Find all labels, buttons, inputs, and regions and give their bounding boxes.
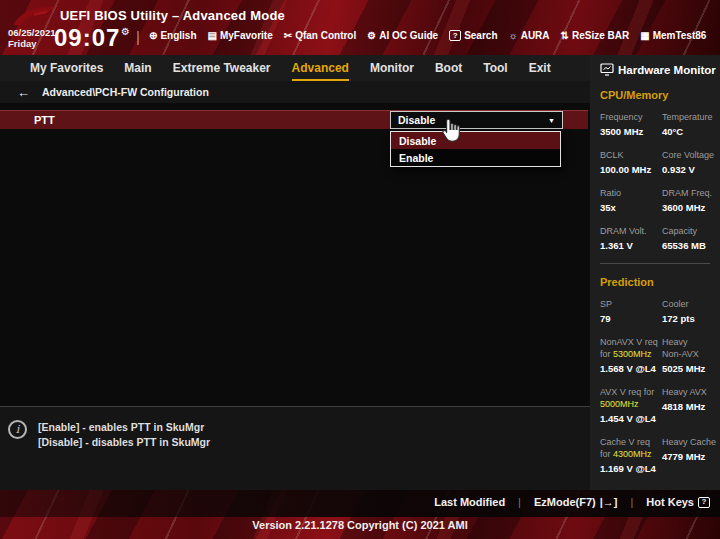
- metric-value: 172 pts: [662, 312, 716, 325]
- quickbar-item-resize-bar[interactable]: ⇅ ReSize BAR: [561, 30, 630, 41]
- ptt-dropdown-value: Disable: [398, 114, 435, 126]
- hm-row: Frequency 3500 MHz Temperature 40°C: [600, 111, 716, 138]
- date-value: 06/25/2021: [8, 27, 56, 38]
- tab-extreme-tweaker[interactable]: Extreme Tweaker: [173, 55, 271, 81]
- bios-screen: UEFI BIOS Utility – Advanced Mode 06/25/…: [0, 0, 720, 539]
- section-title-cpu-memory: CPU/Memory: [600, 89, 716, 101]
- quickbar-label: ReSize BAR: [572, 30, 629, 41]
- metric-label: Temperature: [662, 111, 716, 123]
- quickbar-item-myfavorite[interactable]: ▤ MyFavorite: [208, 30, 273, 41]
- tab-main[interactable]: Main: [124, 55, 151, 81]
- metric-label: Ratio: [600, 187, 658, 199]
- tab-exit[interactable]: Exit: [529, 55, 551, 81]
- time-settings-gear-icon[interactable]: ⚙: [121, 26, 130, 37]
- last-modified-button[interactable]: Last Modified: [434, 496, 505, 508]
- metric-label: DRAM Freq.: [662, 187, 716, 199]
- globe-icon: ⊕: [149, 31, 157, 41]
- ptt-dropdown[interactable]: Disable ▼: [390, 111, 563, 129]
- version-text: Version 2.21.1278 Copyright (C) 2021 AMI: [0, 519, 720, 531]
- metric-value: 4779 MHz: [662, 450, 716, 463]
- metric-label: Core Voltage: [662, 149, 716, 161]
- top-banner: UEFI BIOS Utility – Advanced Mode 06/25/…: [0, 0, 720, 55]
- time-display: 09:07: [54, 24, 120, 52]
- hm-row: AVX V req for 5000MHz 1.454 V @L4 Heavy …: [600, 386, 716, 425]
- hardware-monitor-panel: Hardware Monitor CPU/Memory Frequency 35…: [590, 55, 720, 490]
- quickbar-label: Search: [464, 30, 497, 41]
- metric-value: 4818 MHz: [662, 400, 716, 413]
- hm-row: DRAM Volt. 1.361 V Capacity 65536 MB: [600, 225, 716, 252]
- chevron-down-icon: ▼: [548, 117, 555, 124]
- tab-advanced[interactable]: Advanced: [292, 55, 349, 81]
- tab-monitor[interactable]: Monitor: [370, 55, 414, 81]
- fan-icon: ✂: [284, 31, 292, 41]
- quickbar-item-memtest86[interactable]: ▦ MemTest86: [640, 30, 706, 41]
- quickbar-item-qfan-control[interactable]: ✂ Qfan Control: [284, 30, 357, 41]
- metric-value: 1.169 V @L4: [600, 462, 658, 475]
- metric-value: 65536 MB: [662, 239, 716, 252]
- date-display: 06/25/2021 Friday: [8, 27, 56, 49]
- monitor-icon: [600, 63, 614, 76]
- ezmode-button[interactable]: EzMode(F7) |→]: [534, 496, 617, 508]
- metric-value: 1.361 V: [600, 239, 658, 252]
- quickbar-label: MemTest86: [653, 30, 707, 41]
- hm-row: NonAVX V req for 5300MHz 1.568 V @L4 Hea…: [600, 336, 716, 375]
- metric-label: 5000MHz: [600, 398, 658, 410]
- metric-label: BCLK: [600, 149, 658, 161]
- footer-controls: Last Modified | EzMode(F7) |→] | Hot Key…: [434, 496, 710, 508]
- footer-divider: |: [630, 496, 633, 508]
- metric-value: 40°C: [662, 125, 716, 138]
- dropdown-option-enable[interactable]: Enable: [391, 149, 560, 166]
- quickbar-item-aura[interactable]: ☼ AURA: [509, 30, 550, 41]
- breadcrumb-bar: ← Advanced\PCH-FW Configuration: [0, 81, 590, 103]
- dropdown-option-disable[interactable]: Disable: [391, 132, 560, 149]
- metric-label: for 5300MHz: [600, 348, 658, 360]
- ptt-dropdown-list: Disable Enable: [390, 131, 561, 167]
- titlebar-divider: |: [136, 28, 140, 45]
- help-line-disable: [Disable] - disables PTT in SkuMgr: [38, 435, 210, 450]
- hm-row: Ratio 35x DRAM Freq. 3600 MHz: [600, 187, 716, 214]
- metric-label: NonAVX V req: [600, 336, 658, 348]
- metric-value: 100.00 MHz: [600, 163, 658, 176]
- metric-label: Non-AVX: [662, 348, 716, 360]
- ezmode-label: EzMode(F7): [534, 496, 596, 508]
- quickbar-item-english[interactable]: ⊕ English: [149, 30, 197, 41]
- metric-value: 3500 MHz: [600, 125, 658, 138]
- panel-divider: [600, 263, 710, 264]
- metric-value: 5025 MHz: [662, 362, 716, 375]
- metric-label: DRAM Volt.: [600, 225, 658, 237]
- tab-my-favorites[interactable]: My Favorites: [30, 55, 103, 81]
- quickbar-label: MyFavorite: [220, 30, 273, 41]
- metric-value: 35x: [600, 201, 658, 214]
- metric-value: 1.454 V @L4: [600, 412, 658, 425]
- quickbar-item-ai-oc-guide[interactable]: ⚙ AI OC Guide: [367, 30, 438, 41]
- aura-light-icon: ☼: [509, 31, 518, 41]
- metric-label: Cache V req: [600, 436, 658, 448]
- metric-label: Capacity: [662, 225, 716, 237]
- tab-tool[interactable]: Tool: [483, 55, 507, 81]
- metric-label: Heavy AVX: [662, 386, 716, 398]
- metric-value: 0.932 V: [662, 163, 716, 176]
- favorite-card-icon: ▤: [208, 31, 217, 41]
- metric-label: Heavy: [662, 336, 716, 348]
- gear-icon: ⚙: [367, 31, 376, 41]
- metric-label: AVX V req for: [600, 386, 658, 398]
- help-panel: i [Enable] - enables PTT in SkuMgr [Disa…: [0, 406, 590, 490]
- hot-keys-button[interactable]: Hot Keys ?: [646, 496, 710, 508]
- quickbar-label: AURA: [521, 30, 550, 41]
- setting-label-ptt: PTT: [0, 114, 55, 126]
- back-arrow-icon[interactable]: ←: [17, 85, 30, 100]
- hardware-monitor-title: Hardware Monitor: [618, 64, 716, 76]
- metric-label: Frequency: [600, 111, 658, 123]
- metric-label: SP: [600, 298, 658, 310]
- hm-row: BCLK 100.00 MHz Core Voltage 0.932 V: [600, 149, 716, 176]
- metric-label: for 4300MHz: [600, 448, 658, 460]
- quickbar-item-search[interactable]: ? Search: [449, 30, 497, 41]
- question-mark-icon: ?: [698, 497, 710, 508]
- quickbar: ⊕ English ▤ MyFavorite ✂ Qfan Control ⚙ …: [149, 30, 706, 41]
- section-title-prediction: Prediction: [600, 276, 716, 288]
- metric-label: Heavy Cache: [662, 436, 716, 448]
- metric-value: 79: [600, 312, 658, 325]
- hm-row: Cache V req for 4300MHz 1.169 V @L4 Heav…: [600, 436, 716, 475]
- quickbar-label: English: [160, 30, 196, 41]
- tab-boot[interactable]: Boot: [435, 55, 462, 81]
